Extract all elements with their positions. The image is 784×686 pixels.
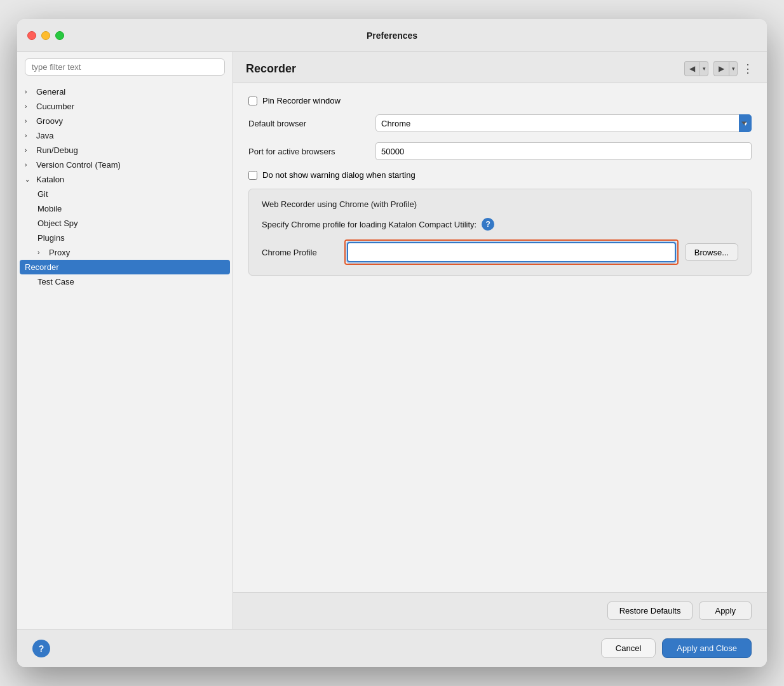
sidebar-item-label: Java: [36, 131, 53, 140]
no-warning-row: Do not show warning dialog when starting: [248, 170, 752, 180]
sidebar-item-label: Plugins: [37, 233, 65, 243]
default-browser-row: Default browser Chrome ▾: [248, 114, 752, 132]
panel-title: Recorder: [246, 62, 296, 76]
chevron-right-icon: ›: [25, 103, 32, 110]
sidebar-item-test-case[interactable]: Test Case: [17, 274, 233, 289]
sidebar-item-label: Test Case: [37, 277, 74, 286]
default-browser-label: Default browser: [248, 119, 375, 128]
forward-icon: ▶: [719, 64, 724, 73]
chevron-down-icon: ▾: [732, 65, 735, 72]
default-browser-select-wrapper: Chrome ▾: [375, 114, 752, 132]
sidebar-item-label: Git: [37, 189, 48, 199]
specify-row: Specify Chrome profile for loading Katal…: [262, 218, 738, 231]
port-input[interactable]: [375, 142, 752, 160]
sidebar-item-general[interactable]: › General: [17, 84, 233, 99]
bottom-help-icon[interactable]: ?: [32, 640, 50, 657]
specify-label: Specify Chrome profile for loading Katal…: [262, 220, 476, 229]
sidebar-item-label: Groovy: [36, 116, 63, 126]
cancel-button[interactable]: Cancel: [601, 638, 656, 658]
sidebar-item-version-control[interactable]: › Version Control (Team): [17, 158, 233, 172]
bottom-bar: ? Cancel Apply and Close: [17, 629, 767, 667]
titlebar: Preferences: [17, 19, 767, 52]
sidebar-item-katalon[interactable]: ⌄ Katalon: [17, 172, 233, 187]
tree-list: › General › Cucumber › Groovy › Java: [17, 82, 233, 292]
chevron-right-icon: ›: [25, 147, 32, 154]
chevron-right-icon: ›: [25, 132, 32, 139]
chrome-profile-section: Web Recorder using Chrome (with Profile)…: [248, 189, 752, 276]
search-input[interactable]: [25, 58, 225, 76]
sidebar-item-label: Cucumber: [36, 102, 74, 111]
select-chevron-icon: ▾: [739, 114, 752, 132]
default-browser-value: Chrome: [381, 119, 410, 128]
browse-button[interactable]: Browse...: [685, 243, 738, 261]
port-label: Port for active browsers: [248, 147, 375, 156]
sidebar-item-proxy[interactable]: › Proxy: [17, 245, 233, 260]
sidebar-item-label: Mobile: [37, 204, 62, 213]
sidebar-item-java[interactable]: › Java: [17, 128, 233, 143]
port-row: Port for active browsers: [248, 142, 752, 160]
sidebar-item-label: Object Spy: [37, 219, 78, 228]
no-warning-label: Do not show warning dialog when starting: [262, 170, 416, 180]
back-button[interactable]: ◀: [684, 61, 700, 76]
sidebar-item-plugins[interactable]: Plugins: [17, 231, 233, 245]
chevron-down-icon: ▾: [703, 65, 706, 72]
chevron-down-icon: ⌄: [25, 176, 32, 183]
nav-back-group: ◀ ▾: [684, 61, 708, 76]
apply-and-close-button[interactable]: Apply and Close: [662, 638, 752, 658]
default-browser-select[interactable]: Chrome ▾: [375, 114, 752, 132]
chrome-section-title: Web Recorder using Chrome (with Profile): [262, 199, 738, 209]
preferences-window: Preferences › General › Cucumber ›: [17, 19, 767, 667]
nav-forward-group: ▶ ▾: [713, 61, 738, 76]
back-icon: ◀: [689, 64, 695, 73]
sidebar-item-label: Recorder: [25, 262, 58, 272]
profile-row: Chrome Profile Browse...: [262, 239, 738, 265]
help-icon[interactable]: ?: [482, 218, 494, 231]
chrome-profile-label: Chrome Profile: [262, 248, 338, 257]
chevron-right-icon: ›: [25, 118, 32, 124]
no-warning-checkbox[interactable]: [248, 171, 257, 180]
close-button[interactable]: [27, 31, 36, 40]
chevron-right-icon: ›: [37, 249, 45, 256]
maximize-button[interactable]: [55, 31, 64, 40]
more-options-button[interactable]: ⋮: [740, 62, 754, 76]
chevron-right-icon: ›: [25, 88, 32, 95]
pin-recorder-checkbox[interactable]: [248, 97, 257, 105]
minimize-button[interactable]: [41, 31, 50, 40]
sidebar-item-git[interactable]: Git: [17, 187, 233, 201]
sidebar-item-label: Version Control (Team): [36, 160, 121, 170]
panel-footer: Restore Defaults Apply: [233, 592, 767, 629]
sidebar-item-recorder[interactable]: Recorder: [20, 260, 230, 274]
header-actions: ◀ ▾ ▶ ▾ ⋮: [684, 61, 754, 76]
sidebar-item-label: Run/Debug: [36, 145, 78, 155]
sidebar-item-label: Proxy: [49, 248, 70, 257]
more-icon: ⋮: [742, 62, 753, 76]
forward-dropdown-button[interactable]: ▾: [729, 61, 738, 76]
sidebar-item-groovy[interactable]: › Groovy: [17, 114, 233, 128]
panel-content: Pin Recorder window Default browser Chro…: [233, 83, 767, 592]
pin-recorder-row: Pin Recorder window: [248, 96, 752, 105]
restore-defaults-button[interactable]: Restore Defaults: [607, 602, 693, 620]
traffic-lights: [27, 31, 64, 40]
sidebar: › General › Cucumber › Groovy › Java: [17, 52, 233, 629]
right-panel: Recorder ◀ ▾ ▶: [233, 52, 767, 629]
chrome-profile-input-wrapper: [344, 239, 679, 265]
window-title: Preferences: [367, 30, 417, 41]
panel-header: Recorder ◀ ▾ ▶: [233, 52, 767, 83]
sidebar-item-object-spy[interactable]: Object Spy: [17, 216, 233, 231]
pin-recorder-label: Pin Recorder window: [262, 96, 341, 105]
back-dropdown-button[interactable]: ▾: [700, 61, 708, 76]
forward-button[interactable]: ▶: [713, 61, 729, 76]
chevron-right-icon: ›: [25, 161, 32, 168]
sidebar-item-run-debug[interactable]: › Run/Debug: [17, 143, 233, 158]
apply-button[interactable]: Apply: [699, 602, 752, 620]
sidebar-item-label: Katalon: [36, 175, 64, 184]
sidebar-item-cucumber[interactable]: › Cucumber: [17, 99, 233, 114]
main-content: › General › Cucumber › Groovy › Java: [17, 52, 767, 629]
chrome-profile-input[interactable]: [347, 242, 676, 262]
sidebar-item-label: General: [36, 87, 65, 97]
sidebar-item-mobile[interactable]: Mobile: [17, 201, 233, 216]
